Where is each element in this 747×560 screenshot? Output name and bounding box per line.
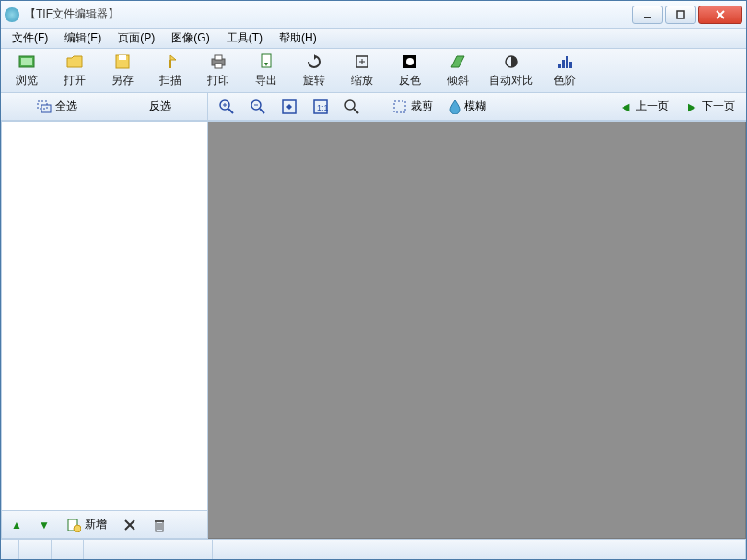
svg-point-39 — [74, 525, 81, 532]
svg-rect-21 — [566, 56, 568, 68]
selection-tools: 全选 反选 — [1, 93, 208, 120]
svg-line-30 — [260, 109, 264, 113]
browse-icon — [18, 53, 35, 70]
svg-rect-10 — [215, 55, 222, 60]
svg-point-17 — [406, 58, 414, 65]
thumbnail-tools: ▲ ▼ 新增 — [2, 510, 207, 538]
status-cell-2 — [19, 540, 52, 559]
arrow-right-icon: ► — [685, 99, 698, 114]
svg-rect-11 — [215, 64, 222, 68]
titlebar: 【TIF文件编辑器】 — [1, 1, 746, 29]
fitscreen-button[interactable] — [278, 98, 300, 116]
menu-image[interactable]: 图像(G) — [164, 29, 216, 48]
zoom-icon — [354, 53, 370, 70]
svg-rect-24 — [41, 105, 51, 112]
invert-button[interactable]: 反色 — [393, 53, 426, 88]
autocontrast-button[interactable]: 自动对比 — [489, 53, 533, 88]
svg-rect-19 — [558, 64, 561, 68]
new-icon — [66, 518, 81, 532]
moveup-button[interactable]: ▲ — [7, 517, 26, 533]
save-icon — [114, 53, 131, 70]
minimize-button[interactable] — [632, 6, 663, 24]
levels-icon — [556, 53, 573, 70]
menubar: 文件(F) 编辑(E) 页面(P) 图像(G) 工具(T) 帮助(H) — [1, 29, 746, 49]
invert-icon — [402, 53, 418, 70]
maximize-button[interactable] — [665, 6, 696, 24]
rotate-button[interactable]: 旋转 — [298, 53, 331, 88]
scan-button[interactable]: 扫描 — [154, 53, 187, 88]
print-icon — [210, 53, 227, 70]
thumbnail-list[interactable] — [2, 122, 207, 510]
trash-button[interactable] — [149, 516, 169, 534]
print-button[interactable]: 打印 — [202, 53, 235, 88]
zoom-button[interactable]: 缩放 — [345, 53, 379, 88]
skew-button[interactable]: 倾斜 — [441, 53, 474, 88]
folder-open-icon — [66, 53, 83, 70]
nextpage-button[interactable]: ► 下一页 — [682, 97, 739, 116]
menu-edit[interactable]: 编辑(E) — [57, 29, 109, 48]
svg-line-36 — [354, 109, 358, 113]
statusbar — [1, 539, 746, 559]
app-window: 【TIF文件编辑器】 文件(F) 编辑(E) 页面(P) 图像(G) 工具(T)… — [0, 0, 747, 560]
svg-rect-5 — [21, 58, 32, 65]
status-cell-3 — [52, 540, 84, 559]
svg-rect-37 — [394, 101, 405, 112]
sub-toolbar: 全选 反选 1:1 裁剪 模糊 ◄ 上一页 — [1, 93, 746, 121]
arrow-left-icon: ◄ — [619, 99, 632, 114]
svg-point-35 — [345, 100, 355, 110]
thumbnail-panel: ▲ ▼ 新增 — [1, 122, 208, 539]
svg-rect-1 — [677, 11, 684, 18]
svg-rect-20 — [562, 60, 565, 68]
window-title: 【TIF文件编辑器】 — [25, 6, 632, 22]
menu-file[interactable]: 文件(F) — [5, 29, 55, 48]
zoomin-button[interactable] — [216, 98, 238, 116]
menu-help[interactable]: 帮助(H) — [272, 29, 324, 48]
view-tools: 1:1 裁剪 模糊 ◄ 上一页 ► 下一页 — [208, 93, 746, 120]
browse-button[interactable]: 浏览 — [10, 53, 43, 88]
status-cell-5 — [213, 540, 746, 559]
selectall-icon — [37, 100, 52, 113]
movedown-button[interactable]: ▼ — [35, 517, 53, 533]
svg-rect-22 — [569, 62, 572, 68]
contrast-icon — [503, 53, 519, 70]
delete-button[interactable] — [120, 517, 140, 533]
menu-page[interactable]: 页面(P) — [111, 29, 162, 48]
prevpage-button[interactable]: ◄ 上一页 — [615, 97, 672, 116]
svg-rect-7 — [119, 55, 126, 60]
open-button[interactable]: 打开 — [58, 53, 91, 88]
svg-text:1:1: 1:1 — [317, 103, 328, 112]
newpage-button[interactable]: 新增 — [63, 515, 111, 534]
zoomout-button[interactable] — [247, 98, 269, 116]
workspace: ▲ ▼ 新增 — [1, 121, 746, 539]
blur-button[interactable]: 模糊 — [446, 97, 490, 116]
canvas-area[interactable] — [208, 122, 746, 539]
skew-icon — [449, 53, 466, 70]
window-controls — [632, 6, 742, 24]
magnifier-button[interactable] — [341, 98, 363, 116]
rotate-icon — [306, 53, 322, 70]
status-cell-4 — [84, 540, 213, 559]
export-icon — [258, 53, 274, 70]
scan-icon — [162, 53, 179, 70]
droplet-icon — [449, 99, 461, 114]
close-button[interactable] — [698, 6, 742, 24]
export-button[interactable]: 导出 — [250, 53, 283, 88]
menu-tool[interactable]: 工具(T) — [219, 29, 270, 48]
crop-button[interactable]: 裁剪 — [389, 97, 437, 116]
saveas-button[interactable]: 另存 — [106, 53, 139, 88]
deselect-button[interactable]: 反选 — [146, 97, 175, 116]
crop-icon — [392, 99, 407, 114]
actualsize-button[interactable]: 1:1 — [309, 98, 332, 116]
status-cell-1 — [1, 540, 19, 559]
levels-button[interactable]: 色阶 — [548, 53, 581, 88]
app-icon — [5, 7, 19, 22]
selectall-button[interactable]: 全选 — [33, 97, 81, 116]
svg-line-26 — [228, 109, 233, 113]
main-toolbar: 浏览 打开 另存 扫描 打印 导出 旋转 缩放 — [1, 49, 746, 93]
